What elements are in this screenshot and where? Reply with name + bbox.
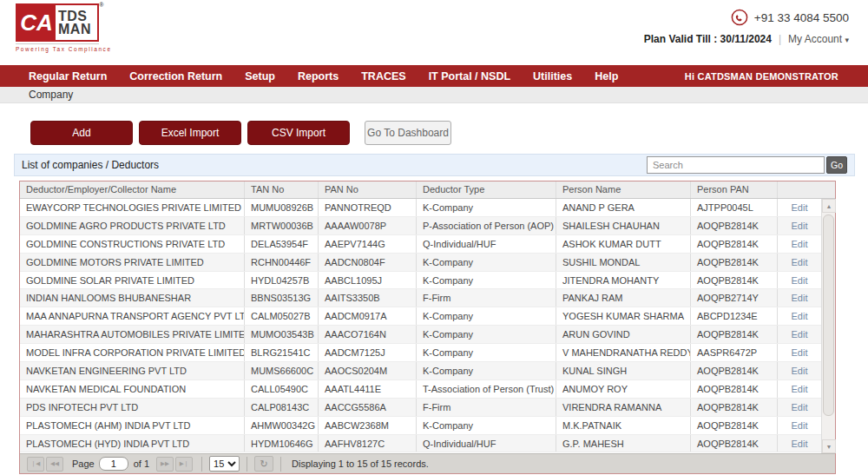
nav-item[interactable]: Help <box>583 70 629 82</box>
table-row[interactable]: NAVKETAN MEDICAL FOUNDATION CALL05490C A… <box>20 380 821 399</box>
panel-header: List of companies / Deductors Go <box>14 154 855 176</box>
person-pan-cell: AOQPB2814K <box>691 272 778 289</box>
deductor-type-cell: F-Firm <box>417 289 556 307</box>
column-header-tan[interactable]: TAN No <box>245 181 319 198</box>
edit-link[interactable]: Edit <box>792 275 808 286</box>
page-number-input[interactable] <box>99 457 128 471</box>
nav-item[interactable]: Utilities <box>522 70 583 82</box>
edit-link[interactable]: Edit <box>792 384 808 394</box>
person-name-cell: ANAND P GERA <box>556 199 691 216</box>
nav-item[interactable]: Setup <box>233 70 286 82</box>
person-name-cell: PANKAJ RAM <box>556 289 691 307</box>
table-row[interactable]: INDIAN HANLOOMS BHUBANESHAR BBNS03513G A… <box>20 289 821 307</box>
scroll-up-icon[interactable]: ▲ <box>822 199 836 213</box>
edit-link[interactable]: Edit <box>792 402 808 412</box>
person-pan-cell: AJTPP0045L <box>691 199 778 216</box>
nav-item[interactable]: Correction Return <box>118 70 233 82</box>
table-row[interactable]: EWAYCORP TECHNOLOGIES PRIVATE LIMITED MU… <box>20 199 821 217</box>
search-go-button[interactable]: Go <box>826 156 847 174</box>
nav-item[interactable]: Regular Return <box>17 70 118 82</box>
pan-cell: AAATL4411E <box>319 380 417 398</box>
person-pan-cell: ABCPD1234E <box>691 307 778 325</box>
nav-item[interactable]: TRACES <box>350 70 417 82</box>
column-header-person-name[interactable]: Person Name <box>556 181 691 198</box>
pan-cell: AABCW2368M <box>319 417 417 434</box>
table-row[interactable]: PLASTOMECH (HYD) INDIA PVT LTD HYDM10646… <box>20 435 821 453</box>
my-account-menu[interactable]: My Account ▾ <box>788 33 849 45</box>
scroll-down-icon[interactable]: ▼ <box>822 439 836 453</box>
column-header-deductor-type[interactable]: Deductor Type <box>417 181 556 198</box>
person-pan-cell: AASPR6472P <box>691 344 778 361</box>
person-name-cell: YOGESH KUMAR SHARMA <box>556 307 691 325</box>
header-divider: | <box>779 33 781 45</box>
deductor-name-cell: NAVKETAN ENGINEERING PVT LTD <box>20 362 245 379</box>
edit-link[interactable]: Edit <box>792 257 808 267</box>
page-count-label: of 1 <box>134 459 149 469</box>
table-row[interactable]: GOLDMINE MOTORS PRIVATE LIMITED RCHN0044… <box>20 254 821 272</box>
add-button[interactable]: Add <box>30 121 133 145</box>
search-input[interactable] <box>647 156 825 174</box>
logo-ca-mark: CA <box>17 5 56 40</box>
top-header: CA TDS MAN ® Powering Tax Compliance +91… <box>0 0 868 65</box>
person-pan-cell: AOQPB2814K <box>691 399 778 416</box>
nav-item[interactable]: Reports <box>286 70 350 82</box>
tan-cell: BBNS03513G <box>245 289 319 307</box>
table-row[interactable]: PDS INFOTECH PVT LTD CALP08143C AACCG558… <box>20 399 821 417</box>
table-row[interactable]: MAA ANNAPURNA TRANSPORT AGENCY PVT LTD C… <box>20 307 821 326</box>
table-row[interactable]: GOLDMINE CONSTRUCTIONS PRIVATE LTD DELA5… <box>20 235 821 254</box>
previous-page-button[interactable]: ◀◀ <box>46 457 63 472</box>
edit-link[interactable]: Edit <box>792 311 808 321</box>
deductor-name-cell: GOLDMINE AGRO PRODUCTS PRIVATE LTD <box>20 217 245 234</box>
nav-item[interactable]: IT Portal / NSDL <box>418 70 522 82</box>
column-header-name[interactable]: Deductor/Employer/Collector Name <box>20 181 245 198</box>
records-status-text: Displaying 1 to 15 of 15 records. <box>292 459 429 469</box>
column-header-pan[interactable]: PAN No <box>319 181 417 198</box>
edit-link[interactable]: Edit <box>792 329 808 340</box>
edit-link[interactable]: Edit <box>792 239 808 249</box>
last-page-button[interactable]: ▶❘ <box>175 457 193 472</box>
edit-link[interactable]: Edit <box>792 221 808 231</box>
column-header-person-pan[interactable]: Person PAN <box>691 181 778 198</box>
tan-cell: MUMS66600C <box>245 362 319 379</box>
edit-link[interactable]: Edit <box>792 202 808 213</box>
excel-import-button[interactable]: Excel Import <box>139 121 241 145</box>
scrollbar-thumb[interactable] <box>823 214 834 416</box>
person-name-cell: VIRENDRA RAMANNA <box>556 399 691 416</box>
deductor-type-cell: K-Company <box>417 362 556 379</box>
table-row[interactable]: PLASTOMECH (AHM) INDIA PVT LTD AHMW00342… <box>20 417 821 435</box>
edit-link[interactable]: Edit <box>792 439 808 449</box>
first-page-button[interactable]: ❘◀ <box>27 457 44 472</box>
tan-cell: MRTW00036B <box>245 217 319 234</box>
table-row[interactable]: NAVKETAN ENGINEERING PVT LTD MUMS66600C … <box>20 362 821 380</box>
deductor-type-cell: Q-Individual/HUF <box>417 435 556 452</box>
edit-link[interactable]: Edit <box>792 347 808 358</box>
table-row[interactable]: GOLDMINE AGRO PRODUCTS PRIVATE LTD MRTW0… <box>20 217 821 235</box>
table-scrollbar[interactable]: ▲ ▼ <box>821 199 835 453</box>
breadcrumb: Company <box>0 87 868 103</box>
deductor-type-cell: K-Company <box>417 272 556 289</box>
csv-import-button[interactable]: CSV Import <box>247 121 350 145</box>
person-pan-cell: AOQPB2714Y <box>691 289 778 307</box>
deductor-type-cell: T-Association of Person (Trust) <box>417 380 556 398</box>
pager-divider <box>280 457 281 472</box>
tan-cell: CALL05490C <box>245 380 319 398</box>
table-row[interactable]: MODEL INFRA CORPORATION PRIVATE LIMITED … <box>20 344 821 362</box>
page-size-select[interactable]: 15 <box>209 456 240 472</box>
pan-cell: AADCM0917A <box>319 307 417 325</box>
pan-cell: AAEPV7144G <box>319 235 417 253</box>
next-page-button[interactable]: ▶▶ <box>156 457 174 472</box>
person-pan-cell: AOQPB2814K <box>691 254 778 271</box>
edit-link[interactable]: Edit <box>792 366 808 376</box>
deductor-name-cell: MODEL INFRA CORPORATION PRIVATE LIMITED <box>20 344 245 361</box>
table-row[interactable]: MAHARASHTRA AUTOMOBILES PRIVATE LIMITED … <box>20 326 821 344</box>
go-to-dashboard-button[interactable]: Go To Dashboard <box>365 121 451 145</box>
nav-items: Regular Return Correction Return Setup R… <box>17 70 629 82</box>
edit-link[interactable]: Edit <box>792 293 808 303</box>
pan-cell: AAAAW0078P <box>319 217 417 234</box>
tan-cell: MUMU08926B <box>245 199 319 216</box>
pan-cell: AABCL1095J <box>319 272 417 289</box>
edit-link[interactable]: Edit <box>792 420 808 431</box>
table-row[interactable]: GOLDMINE SOLAR PRIVATE LIMITED HYDL04257… <box>20 272 821 290</box>
tan-cell: HYDM10646G <box>245 435 319 452</box>
refresh-icon[interactable]: ↻ <box>254 456 273 472</box>
